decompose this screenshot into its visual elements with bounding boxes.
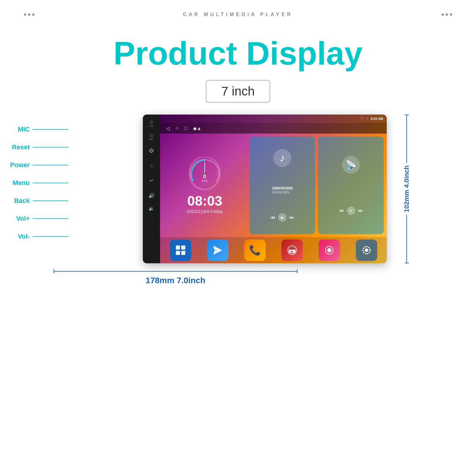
app-settings-icon[interactable] (356, 239, 377, 261)
home-nav-icon[interactable]: ○ (176, 126, 178, 131)
app-grid-icon[interactable] (170, 239, 191, 261)
label-mic: MIC (9, 120, 68, 138)
svg-rect-9 (181, 245, 185, 250)
phone-emoji: 📞 (249, 245, 261, 256)
dim-line-vertical-2 (406, 215, 407, 263)
rst-button[interactable]: RST (149, 134, 154, 141)
record-icon: ● (350, 209, 352, 213)
music-note-icon: ♪ (273, 149, 291, 167)
app-video-icon[interactable] (281, 239, 303, 261)
header: CAR MULTIMEDIA PLAYER (0, 0, 476, 29)
dot (28, 13, 30, 16)
vol-minus-icon: 🔉 (148, 206, 154, 211)
wifi-icon: ▽ (366, 117, 368, 120)
label-power-text: Power (9, 161, 30, 169)
svg-point-21 (327, 248, 331, 252)
svg-line-3 (217, 173, 218, 174)
device-wrapper: MIC RST ⏻ ⌂ (143, 115, 387, 263)
status-right: 📍 ▽ 8:03 AM (360, 117, 383, 120)
label-vol-minus-text: Vol- (9, 233, 30, 240)
label-back: Back (9, 192, 68, 210)
label-reset-text: Reset (9, 143, 30, 151)
dot (441, 13, 444, 16)
label-reset: Reset (9, 138, 68, 156)
svg-marker-12 (213, 246, 222, 255)
prev-btn[interactable]: ⏮ (270, 215, 275, 220)
app-send-icon[interactable] (207, 239, 228, 261)
label-power: Power (9, 156, 68, 174)
svg-rect-15 (289, 248, 295, 250)
back-nav-icon[interactable]: ◁ (166, 126, 170, 131)
label-reset-line (33, 147, 68, 148)
rst-dot (150, 134, 153, 137)
play-icon: ▶ (281, 215, 284, 220)
dim-end-right (297, 269, 298, 273)
svg-rect-10 (176, 251, 180, 255)
svg-rect-11 (181, 251, 185, 255)
nav-icons: ◁ ○ □ ◆▲ (166, 126, 201, 131)
next-btn-2[interactable]: ⏭ (358, 208, 363, 213)
bottom-dimension: 178mm 7.0inch (54, 269, 298, 285)
svg-point-22 (365, 248, 368, 252)
label-menu: Menu (9, 174, 68, 192)
music-controls-2: ⏮ ● ⏭ (339, 206, 363, 215)
mic-indicator: MIC (149, 120, 154, 127)
size-badge: 7 inch (206, 80, 270, 103)
status-bar: 📍 ▽ 8:03 AM (160, 115, 387, 123)
radio-icon: 📡 (342, 156, 360, 174)
label-menu-text: Menu (9, 179, 30, 187)
speedometer-widget: 0 km/h 08:03 2022/11/04 Friday (163, 137, 247, 234)
label-vol-minus: Vol- (9, 228, 68, 245)
music-widget-1: ♪ UNKNOWN UNKNOWN ⏮ ▶ (250, 137, 315, 234)
bottom-apps: 📞 (160, 237, 387, 263)
menu-button[interactable]: ⌂ (150, 163, 153, 168)
vol-plus-button[interactable]: 🔊 (148, 193, 154, 198)
device-screen: 📍 ▽ 8:03 AM ◁ ○ □ ◆▲ (160, 115, 387, 263)
top-row: 0 km/h 08:03 2022/11/04 Friday (160, 134, 387, 237)
page-title: Product Display (0, 35, 476, 71)
rst-label: RST (149, 138, 154, 141)
dot (32, 13, 35, 16)
width-dimension-text: 178mm 7.0inch (146, 276, 206, 285)
label-back-line (33, 201, 68, 201)
dim-line-vertical (406, 115, 407, 163)
back-icon: ↩ (150, 178, 154, 183)
label-menu-line (33, 183, 68, 183)
vol-minus-button[interactable]: 🔉 (148, 206, 154, 211)
label-mic-text: MIC (9, 126, 30, 133)
dot (450, 13, 452, 16)
dots-left (24, 13, 35, 16)
back-button[interactable]: ↩ (150, 178, 154, 183)
recents-nav-icon[interactable]: □ (184, 126, 187, 131)
main-content: MIC Reset Power Menu Back (0, 115, 476, 285)
svg-rect-8 (176, 245, 180, 250)
music-track: UNKNOWN UNKNOWN (272, 186, 292, 194)
home-icon: ⌂ (150, 163, 153, 168)
screen-content: 0 km/h 08:03 2022/11/04 Friday (160, 134, 387, 263)
extra-nav-icon[interactable]: ◆▲ (193, 126, 201, 131)
prev-btn-2[interactable]: ⏮ (339, 208, 344, 213)
side-buttons: MIC RST ⏻ ⌂ (143, 115, 160, 263)
svg-text:0: 0 (203, 173, 206, 179)
dot (24, 13, 26, 16)
play-btn-2[interactable]: ● (347, 206, 355, 215)
app-phone-icon[interactable]: 📞 (244, 239, 266, 261)
location-icon: 📍 (360, 117, 364, 120)
label-vol-plus-text: Vol+ (9, 215, 30, 223)
size-badge-wrapper: 7 inch (0, 80, 476, 103)
height-dimension-text: 102mm 4.0inch (403, 163, 411, 215)
label-vol-plus: Vol+ (9, 210, 68, 228)
speedometer-circle: 0 km/h (187, 157, 223, 192)
mic-dot (150, 120, 153, 124)
right-dimension: 102mm 4.0inch (403, 115, 411, 263)
app-record-icon[interactable] (319, 239, 340, 261)
dots-right (441, 13, 452, 16)
vol-plus-icon: 🔊 (148, 193, 154, 198)
nav-bar: ◁ ○ □ ◆▲ (160, 123, 387, 134)
time-display: 08:03 (187, 194, 223, 208)
power-button[interactable]: ⏻ (149, 148, 154, 153)
next-btn[interactable]: ⏭ (289, 215, 294, 220)
label-mic-line (33, 129, 68, 130)
label-back-text: Back (9, 197, 30, 205)
play-btn[interactable]: ▶ (278, 213, 286, 222)
